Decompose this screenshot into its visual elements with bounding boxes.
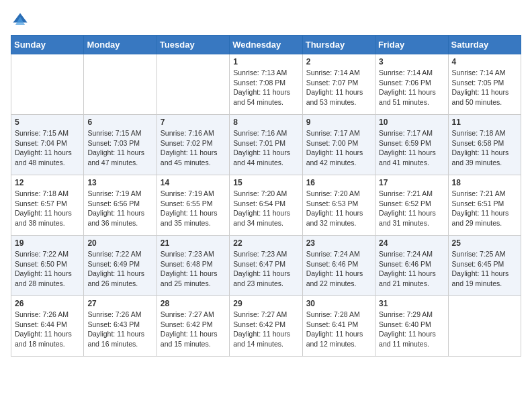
day-number-31: 31 xyxy=(379,299,444,308)
week-row-4: 19Sunrise: 7:22 AMSunset: 6:50 PMDayligh… xyxy=(11,236,521,296)
week-row-1: 1Sunrise: 7:13 AMSunset: 7:08 PMDaylight… xyxy=(11,54,521,115)
day-info-6: Sunrise: 7:15 AMSunset: 7:03 PMDaylight:… xyxy=(87,128,152,168)
day-number-6: 6 xyxy=(87,118,152,127)
day-info-22: Sunrise: 7:23 AMSunset: 6:47 PMDaylight:… xyxy=(233,249,298,289)
week-row-3: 12Sunrise: 7:18 AMSunset: 6:57 PMDayligh… xyxy=(11,175,521,236)
page-header xyxy=(11,11,521,30)
day-number-16: 16 xyxy=(306,178,371,187)
day-number-19: 19 xyxy=(15,238,80,248)
day-cell-19: 19Sunrise: 7:22 AMSunset: 6:50 PMDayligh… xyxy=(11,236,84,296)
day-cell-5: 5Sunrise: 7:15 AMSunset: 7:04 PMDaylight… xyxy=(11,115,84,175)
day-number-10: 10 xyxy=(379,118,444,127)
day-info-25: Sunrise: 7:25 AMSunset: 6:45 PMDaylight:… xyxy=(452,249,517,289)
day-number-4: 4 xyxy=(452,57,517,66)
day-number-8: 8 xyxy=(233,118,298,127)
day-info-12: Sunrise: 7:18 AMSunset: 6:57 PMDaylight:… xyxy=(15,189,80,228)
weekday-header-sunday: Sunday xyxy=(11,36,84,54)
day-info-3: Sunrise: 7:14 AMSunset: 7:06 PMDaylight:… xyxy=(379,68,444,107)
day-cell-12: 12Sunrise: 7:18 AMSunset: 6:57 PMDayligh… xyxy=(11,175,84,236)
calendar-table: SundayMondayTuesdayWednesdayThursdayFrid… xyxy=(11,35,521,357)
day-cell-10: 10Sunrise: 7:17 AMSunset: 6:59 PMDayligh… xyxy=(375,115,448,175)
day-number-3: 3 xyxy=(379,57,444,66)
day-number-11: 11 xyxy=(452,118,517,127)
day-cell-16: 16Sunrise: 7:20 AMSunset: 6:53 PMDayligh… xyxy=(302,175,375,236)
empty-cell-0-0 xyxy=(11,54,84,115)
day-info-8: Sunrise: 7:16 AMSunset: 7:01 PMDaylight:… xyxy=(233,128,298,168)
day-cell-3: 3Sunrise: 7:14 AMSunset: 7:06 PMDaylight… xyxy=(375,54,448,115)
day-cell-27: 27Sunrise: 7:26 AMSunset: 6:43 PMDayligh… xyxy=(84,296,157,357)
day-number-21: 21 xyxy=(161,238,226,248)
weekday-header-friday: Friday xyxy=(375,36,448,54)
day-cell-17: 17Sunrise: 7:21 AMSunset: 6:52 PMDayligh… xyxy=(375,175,448,236)
day-number-30: 30 xyxy=(306,299,371,308)
day-number-29: 29 xyxy=(233,299,298,308)
day-number-22: 22 xyxy=(233,238,298,248)
day-info-15: Sunrise: 7:20 AMSunset: 6:54 PMDaylight:… xyxy=(233,189,298,228)
day-info-23: Sunrise: 7:24 AMSunset: 6:46 PMDaylight:… xyxy=(306,249,371,289)
day-info-29: Sunrise: 7:27 AMSunset: 6:42 PMDaylight:… xyxy=(233,310,298,349)
weekday-header-wednesday: Wednesday xyxy=(230,36,302,54)
day-number-26: 26 xyxy=(15,299,80,308)
day-number-28: 28 xyxy=(161,299,226,308)
empty-cell-0-1 xyxy=(84,54,157,115)
weekday-header-thursday: Thursday xyxy=(302,36,375,54)
weekday-header-saturday: Saturday xyxy=(448,36,521,54)
day-cell-2: 2Sunrise: 7:14 AMSunset: 7:07 PMDaylight… xyxy=(302,54,375,115)
day-number-18: 18 xyxy=(452,178,517,187)
day-cell-7: 7Sunrise: 7:16 AMSunset: 7:02 PMDaylight… xyxy=(157,115,229,175)
weekday-header-tuesday: Tuesday xyxy=(157,36,229,54)
day-info-1: Sunrise: 7:13 AMSunset: 7:08 PMDaylight:… xyxy=(233,68,298,107)
day-cell-18: 18Sunrise: 7:21 AMSunset: 6:51 PMDayligh… xyxy=(448,175,521,236)
day-number-12: 12 xyxy=(15,178,80,187)
empty-cell-0-2 xyxy=(157,54,229,115)
day-cell-30: 30Sunrise: 7:28 AMSunset: 6:41 PMDayligh… xyxy=(302,296,375,357)
day-number-7: 7 xyxy=(161,118,226,127)
weekday-header-row: SundayMondayTuesdayWednesdayThursdayFrid… xyxy=(11,36,521,54)
day-info-20: Sunrise: 7:22 AMSunset: 6:49 PMDaylight:… xyxy=(87,249,152,289)
day-info-5: Sunrise: 7:15 AMSunset: 7:04 PMDaylight:… xyxy=(15,128,80,168)
day-info-28: Sunrise: 7:27 AMSunset: 6:42 PMDaylight:… xyxy=(161,310,226,349)
day-info-11: Sunrise: 7:18 AMSunset: 6:58 PMDaylight:… xyxy=(452,128,517,168)
day-cell-22: 22Sunrise: 7:23 AMSunset: 6:47 PMDayligh… xyxy=(230,236,302,296)
day-number-27: 27 xyxy=(87,299,152,308)
day-number-9: 9 xyxy=(306,118,371,127)
day-number-13: 13 xyxy=(87,178,152,187)
day-info-31: Sunrise: 7:29 AMSunset: 6:40 PMDaylight:… xyxy=(379,310,444,349)
day-info-26: Sunrise: 7:26 AMSunset: 6:44 PMDaylight:… xyxy=(15,310,80,349)
day-info-14: Sunrise: 7:19 AMSunset: 6:55 PMDaylight:… xyxy=(161,189,226,228)
logo xyxy=(11,11,32,30)
day-cell-20: 20Sunrise: 7:22 AMSunset: 6:49 PMDayligh… xyxy=(84,236,157,296)
day-cell-21: 21Sunrise: 7:23 AMSunset: 6:48 PMDayligh… xyxy=(157,236,229,296)
day-info-7: Sunrise: 7:16 AMSunset: 7:02 PMDaylight:… xyxy=(161,128,226,168)
logo-icon xyxy=(11,11,30,30)
day-info-10: Sunrise: 7:17 AMSunset: 6:59 PMDaylight:… xyxy=(379,128,444,168)
day-info-21: Sunrise: 7:23 AMSunset: 6:48 PMDaylight:… xyxy=(161,249,226,289)
day-info-16: Sunrise: 7:20 AMSunset: 6:53 PMDaylight:… xyxy=(306,189,371,228)
day-cell-25: 25Sunrise: 7:25 AMSunset: 6:45 PMDayligh… xyxy=(448,236,521,296)
day-number-24: 24 xyxy=(379,238,444,248)
day-number-5: 5 xyxy=(15,118,80,127)
day-info-18: Sunrise: 7:21 AMSunset: 6:51 PMDaylight:… xyxy=(452,189,517,228)
day-number-1: 1 xyxy=(233,57,298,66)
day-cell-29: 29Sunrise: 7:27 AMSunset: 6:42 PMDayligh… xyxy=(230,296,302,357)
day-cell-1: 1Sunrise: 7:13 AMSunset: 7:08 PMDaylight… xyxy=(230,54,302,115)
day-number-2: 2 xyxy=(306,57,371,66)
day-cell-26: 26Sunrise: 7:26 AMSunset: 6:44 PMDayligh… xyxy=(11,296,84,357)
day-info-2: Sunrise: 7:14 AMSunset: 7:07 PMDaylight:… xyxy=(306,68,371,107)
day-number-17: 17 xyxy=(379,178,444,187)
day-info-13: Sunrise: 7:19 AMSunset: 6:56 PMDaylight:… xyxy=(87,189,152,228)
day-number-20: 20 xyxy=(87,238,152,248)
day-info-9: Sunrise: 7:17 AMSunset: 7:00 PMDaylight:… xyxy=(306,128,371,168)
empty-cell-4-6 xyxy=(448,296,521,357)
day-number-15: 15 xyxy=(233,178,298,187)
day-info-19: Sunrise: 7:22 AMSunset: 6:50 PMDaylight:… xyxy=(15,249,80,289)
day-cell-13: 13Sunrise: 7:19 AMSunset: 6:56 PMDayligh… xyxy=(84,175,157,236)
day-cell-8: 8Sunrise: 7:16 AMSunset: 7:01 PMDaylight… xyxy=(230,115,302,175)
day-info-4: Sunrise: 7:14 AMSunset: 7:05 PMDaylight:… xyxy=(452,68,517,107)
day-cell-14: 14Sunrise: 7:19 AMSunset: 6:55 PMDayligh… xyxy=(157,175,229,236)
day-number-25: 25 xyxy=(452,238,517,248)
day-info-30: Sunrise: 7:28 AMSunset: 6:41 PMDaylight:… xyxy=(306,310,371,349)
day-cell-28: 28Sunrise: 7:27 AMSunset: 6:42 PMDayligh… xyxy=(157,296,229,357)
day-cell-23: 23Sunrise: 7:24 AMSunset: 6:46 PMDayligh… xyxy=(302,236,375,296)
week-row-5: 26Sunrise: 7:26 AMSunset: 6:44 PMDayligh… xyxy=(11,296,521,357)
